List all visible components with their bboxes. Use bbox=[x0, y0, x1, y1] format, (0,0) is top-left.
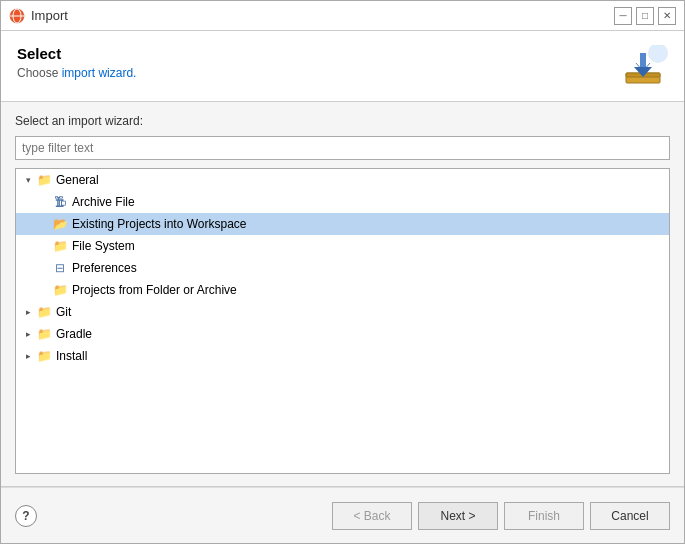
chevron-right-icon: ▸ bbox=[20, 304, 36, 320]
tree-item-preferences[interactable]: ⊟ Preferences bbox=[16, 257, 669, 279]
footer-buttons: < Back Next > Finish Cancel bbox=[332, 502, 670, 530]
preferences-icon: ⊟ bbox=[52, 260, 68, 276]
help-button[interactable]: ? bbox=[15, 505, 37, 527]
content-label: Select an import wizard: bbox=[15, 114, 670, 128]
tree-item-label-prefs: Preferences bbox=[72, 261, 137, 275]
footer-left: ? bbox=[15, 505, 37, 527]
folder-icon: 📁 bbox=[52, 282, 68, 298]
archive-icon: 🗜 bbox=[52, 194, 68, 210]
tree-item-gradle[interactable]: ▸ 📁 Gradle bbox=[16, 323, 669, 345]
tree-item-label-projects-folder: Projects from Folder or Archive bbox=[72, 283, 237, 297]
tree-item-label-gradle: Gradle bbox=[56, 327, 92, 341]
footer: ? < Back Next > Finish Cancel bbox=[1, 487, 684, 543]
header-heading: Select bbox=[17, 45, 136, 62]
app-icon bbox=[9, 8, 25, 24]
tree-item-label-archive: Archive File bbox=[72, 195, 135, 209]
titlebar-controls: ─ □ ✕ bbox=[614, 7, 676, 25]
tree-item-label-git: Git bbox=[56, 305, 71, 319]
tree-item-install[interactable]: ▸ 📁 Install bbox=[16, 345, 669, 367]
tree-item-projects-folder[interactable]: 📁 Projects from Folder or Archive bbox=[16, 279, 669, 301]
dialog-title: Import bbox=[31, 8, 68, 23]
tree-item-label-general: General bbox=[56, 173, 99, 187]
header-section: Select Choose import wizard. bbox=[1, 31, 684, 102]
tree-item-label-filesystem: File System bbox=[72, 239, 135, 253]
maximize-button[interactable]: □ bbox=[636, 7, 654, 25]
svg-point-3 bbox=[648, 45, 668, 63]
finish-button[interactable]: Finish bbox=[504, 502, 584, 530]
import-dialog: Import ─ □ ✕ Select Choose import wizard… bbox=[0, 0, 685, 544]
header-text: Select Choose import wizard. bbox=[17, 45, 136, 80]
projects-icon: 📂 bbox=[52, 216, 68, 232]
folder-icon: 📁 bbox=[36, 304, 52, 320]
header-description: Choose import wizard. bbox=[17, 66, 136, 80]
minimize-button[interactable]: ─ bbox=[614, 7, 632, 25]
close-button[interactable]: ✕ bbox=[658, 7, 676, 25]
titlebar: Import ─ □ ✕ bbox=[1, 1, 684, 31]
filesystem-icon: 📁 bbox=[52, 238, 68, 254]
tree-item-label-install: Install bbox=[56, 349, 87, 363]
tree-item-git[interactable]: ▸ 📁 Git bbox=[16, 301, 669, 323]
folder-icon: 📁 bbox=[36, 172, 52, 188]
tree-item-general[interactable]: ▾ 📁 General bbox=[16, 169, 669, 191]
tree-item-existing-projects[interactable]: 📂 Existing Projects into Workspace bbox=[16, 213, 669, 235]
chevron-right-icon: ▸ bbox=[20, 348, 36, 364]
chevron-right-icon: ▸ bbox=[20, 326, 36, 342]
cancel-button[interactable]: Cancel bbox=[590, 502, 670, 530]
header-link[interactable]: import wizard. bbox=[62, 66, 137, 80]
folder-icon: 📁 bbox=[36, 348, 52, 364]
tree-container[interactable]: ▾ 📁 General 🗜 Archive File 📂 Existing Pr… bbox=[15, 168, 670, 474]
titlebar-left: Import bbox=[9, 8, 68, 24]
tree-item-file-system[interactable]: 📁 File System bbox=[16, 235, 669, 257]
tree-item-label-existing: Existing Projects into Workspace bbox=[72, 217, 247, 231]
tree-item-archive-file[interactable]: 🗜 Archive File bbox=[16, 191, 669, 213]
header-import-icon bbox=[620, 45, 668, 87]
folder-icon: 📁 bbox=[36, 326, 52, 342]
back-button[interactable]: < Back bbox=[332, 502, 412, 530]
chevron-down-icon: ▾ bbox=[20, 172, 36, 188]
content-area: Select an import wizard: ▾ 📁 General 🗜 A… bbox=[1, 102, 684, 486]
next-button[interactable]: Next > bbox=[418, 502, 498, 530]
filter-input[interactable] bbox=[15, 136, 670, 160]
